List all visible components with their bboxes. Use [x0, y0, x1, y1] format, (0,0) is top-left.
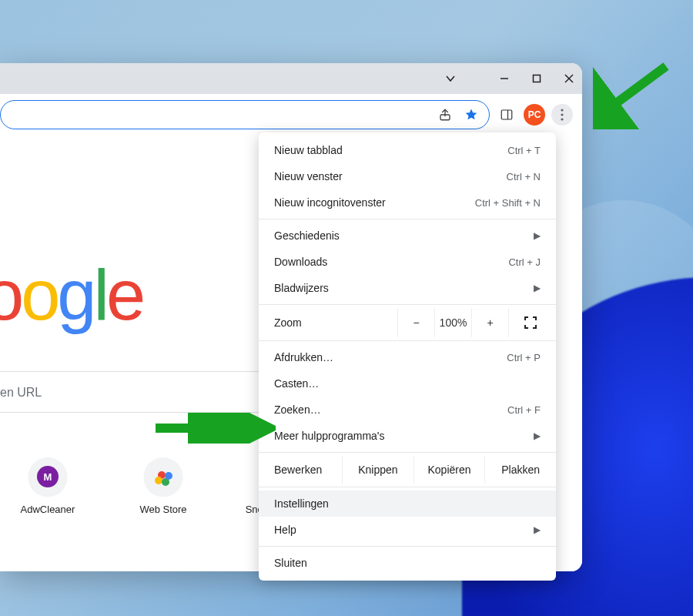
svg-rect-1 — [534, 75, 541, 82]
bookmark-star-icon[interactable] — [464, 108, 478, 122]
menu-separator — [259, 304, 556, 305]
tab-strip — [0, 63, 582, 94]
side-panel-button[interactable] — [496, 104, 517, 126]
menu-shortcut: Ctrl + Shift + N — [475, 197, 541, 209]
chevron-right-icon: ▶ — [534, 524, 541, 535]
browser-toolbar: PC — [0, 94, 582, 136]
maximize-icon — [532, 74, 541, 83]
share-icon[interactable] — [438, 108, 452, 122]
menu-label: Bewerken — [259, 456, 342, 484]
menu-item-downloads[interactable]: Downloads Ctrl + J — [259, 249, 556, 275]
menu-label: Nieuw incognitovenster — [274, 196, 386, 209]
menu-label: Zoom — [274, 316, 397, 329]
tabs-dropdown-button[interactable] — [444, 66, 457, 91]
menu-shortcut: Ctrl + J — [508, 256, 541, 268]
menu-item-zoom: Zoom − 100% + — [259, 308, 556, 337]
logo-letter: g — [57, 255, 93, 336]
menu-separator — [259, 487, 556, 487]
menu-shortcut: Ctrl + F — [507, 404, 541, 416]
menu-label: Nieuw tabblad — [274, 144, 343, 156]
menu-shortcut: Ctrl + N — [507, 171, 541, 182]
menu-item-new-tab[interactable]: Nieuw tabblad Ctrl + T — [259, 137, 556, 163]
menu-item-more-tools[interactable]: Meer hulpprogramma's ▶ — [259, 423, 556, 449]
svg-line-10 — [604, 66, 666, 112]
menu-shortcut: Ctrl + P — [507, 352, 541, 363]
menu-item-exit[interactable]: Sluiten — [259, 550, 556, 576]
menu-item-find[interactable]: Zoeken… Ctrl + F — [259, 397, 556, 423]
annotation-arrow — [152, 413, 276, 444]
menu-separator — [259, 340, 556, 341]
menu-label: Bladwijzers — [274, 282, 329, 294]
menu-item-history[interactable]: Geschiedenis ▶ — [259, 223, 556, 249]
shortcut-icon — [144, 457, 182, 496]
menu-label: Meer hulpprogramma's — [274, 430, 385, 442]
menu-label: Casten… — [274, 377, 319, 390]
logo-letter: o — [21, 255, 57, 336]
menu-separator — [259, 546, 556, 547]
zoom-out-button[interactable]: − — [397, 308, 434, 337]
fullscreen-icon — [524, 316, 537, 329]
chevron-right-icon: ▶ — [534, 430, 541, 441]
logo-letter: l — [94, 255, 106, 336]
svg-point-9 — [561, 118, 563, 120]
close-icon — [564, 74, 574, 83]
shortcut-tile[interactable]: MAdwCleaner — [5, 457, 91, 515]
menu-item-new-window[interactable]: Nieuw venster Ctrl + N — [259, 163, 556, 189]
menu-label: Downloads — [274, 256, 327, 268]
window-close-button[interactable] — [562, 66, 576, 91]
svg-point-7 — [561, 109, 563, 111]
kebab-menu-icon — [561, 109, 564, 121]
shortcut-label: Web Store — [139, 504, 186, 515]
edit-paste-button[interactable]: Plakken — [484, 456, 556, 484]
window-minimize-button[interactable] — [497, 66, 511, 91]
google-logo: oogle — [0, 255, 142, 336]
menu-label: Zoeken… — [274, 403, 321, 416]
address-bar[interactable] — [0, 100, 490, 129]
chevron-down-icon — [446, 74, 455, 83]
menu-label: Sluiten — [274, 557, 307, 569]
shortcut-icon: M — [28, 457, 67, 496]
edit-copy-button[interactable]: Kopiëren — [413, 456, 485, 484]
menu-label: Geschiedenis — [274, 229, 340, 242]
search-placeholder-fragment: en URL — [0, 386, 42, 399]
window-maximize-button[interactable] — [530, 66, 544, 91]
chevron-right-icon: ▶ — [534, 283, 541, 293]
logo-letter: e — [106, 255, 142, 336]
annotation-arrow — [593, 60, 678, 129]
profile-avatar-button[interactable]: PC — [524, 104, 545, 126]
chrome-menu-button[interactable] — [551, 104, 573, 126]
chevron-right-icon: ▶ — [534, 230, 541, 241]
svg-rect-5 — [501, 110, 512, 119]
menu-label: Afdrukken… — [274, 351, 333, 363]
menu-item-edit-row: Bewerken Knippen Kopiëren Plakken — [259, 456, 556, 484]
menu-item-print[interactable]: Afdrukken… Ctrl + P — [259, 344, 556, 370]
zoom-value: 100% — [434, 308, 471, 337]
zoom-in-button[interactable]: + — [471, 308, 508, 337]
shortcut-tile[interactable]: Web Store — [120, 457, 206, 515]
menu-label: Nieuw venster — [274, 170, 343, 182]
menu-label: Instellingen — [274, 497, 329, 510]
edit-cut-button[interactable]: Knippen — [342, 456, 413, 484]
menu-shortcut: Ctrl + T — [507, 145, 541, 156]
menu-separator — [259, 452, 556, 453]
menu-separator — [259, 219, 556, 219]
svg-point-8 — [561, 113, 563, 116]
menu-item-help[interactable]: Help ▶ — [259, 517, 556, 543]
shortcut-label: AdwCleaner — [21, 504, 75, 515]
avatar-initials: PC — [528, 109, 541, 120]
fullscreen-button[interactable] — [508, 308, 551, 337]
menu-item-settings[interactable]: Instellingen — [259, 490, 556, 517]
logo-letter: o — [0, 255, 21, 336]
menu-label: Help — [274, 524, 296, 536]
menu-item-bookmarks[interactable]: Bladwijzers ▶ — [259, 275, 556, 301]
side-panel-icon — [500, 108, 514, 122]
minimize-icon — [500, 74, 509, 83]
menu-item-cast[interactable]: Casten… — [259, 370, 556, 397]
search-bar[interactable]: en URL — [0, 371, 262, 413]
menu-item-new-incognito[interactable]: Nieuw incognitovenster Ctrl + Shift + N — [259, 189, 556, 216]
chrome-main-menu: Nieuw tabblad Ctrl + T Nieuw venster Ctr… — [259, 132, 556, 581]
